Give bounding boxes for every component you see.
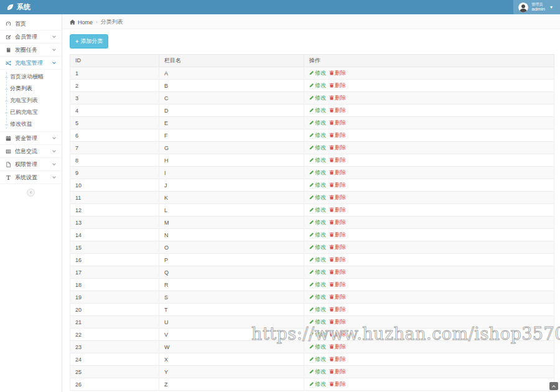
delete-label: 删除 <box>335 169 346 175</box>
table-row: 23W修改删除 <box>70 341 554 353</box>
table-header-row: ID栏目名操作 <box>70 55 554 67</box>
delete-link[interactable]: 删除 <box>329 207 346 213</box>
delete-link[interactable]: 删除 <box>329 119 346 126</box>
trash-icon <box>329 70 334 75</box>
delete-label: 删除 <box>335 343 346 350</box>
sidebar-item[interactable]: 资金管理 <box>0 132 62 145</box>
delete-link[interactable]: 删除 <box>329 331 346 337</box>
table-row: 14N修改删除 <box>70 229 554 241</box>
edit-link[interactable]: 修改 <box>309 281 326 287</box>
row-id: 16 <box>70 254 159 266</box>
row-actions: 修改删除 <box>304 154 554 167</box>
edit-label: 修改 <box>315 343 326 350</box>
sidebar-item-label: 信息交流 <box>15 147 37 156</box>
delete-link[interactable]: 删除 <box>329 219 346 225</box>
delete-link[interactable]: 删除 <box>329 95 346 101</box>
sidebar-item[interactable]: 信息交流 <box>0 145 62 158</box>
delete-link[interactable]: 删除 <box>329 70 346 76</box>
delete-link[interactable]: 删除 <box>329 194 346 200</box>
pencil-icon <box>309 332 314 337</box>
delete-label: 删除 <box>335 82 346 88</box>
delete-label: 删除 <box>335 368 346 375</box>
edit-link[interactable]: 修改 <box>309 95 326 101</box>
sidebar-item[interactable]: 会员管理 <box>0 30 62 44</box>
edit-link[interactable]: 修改 <box>309 231 326 238</box>
edit-link[interactable]: 修改 <box>309 119 326 126</box>
edit-label: 修改 <box>315 244 326 250</box>
user-menu[interactable]: 管理员 admin ▾ <box>513 0 560 14</box>
edit-link[interactable]: 修改 <box>309 356 326 362</box>
row-actions: 修改删除 <box>304 192 554 204</box>
edit-icon <box>6 34 14 40</box>
trash-icon <box>329 157 334 162</box>
edit-link[interactable]: 修改 <box>309 331 326 337</box>
delete-link[interactable]: 删除 <box>329 306 346 312</box>
back-to-top-button[interactable] <box>549 382 558 390</box>
delete-link[interactable]: 删除 <box>329 269 346 275</box>
sidebar-item-label: 充电宝管理 <box>15 59 43 67</box>
sidebar-item[interactable]: 系统设置 <box>0 171 62 184</box>
delete-link[interactable]: 删除 <box>329 294 346 300</box>
edit-label: 修改 <box>315 182 326 188</box>
sidebar-subitem[interactable]: –分类列表 <box>0 83 62 95</box>
edit-link[interactable]: 修改 <box>309 132 326 138</box>
sidebar-subitem[interactable]: –充电宝列表 <box>0 95 62 106</box>
table-icon <box>6 149 14 154</box>
sidebar-subitem[interactable]: –首页滚动横幅 <box>0 71 62 83</box>
row-actions: 修改删除 <box>304 129 554 142</box>
edit-label: 修改 <box>315 82 326 88</box>
delete-link[interactable]: 删除 <box>329 381 346 387</box>
delete-link[interactable]: 删除 <box>329 169 346 175</box>
edit-link[interactable]: 修改 <box>309 157 326 163</box>
edit-link[interactable]: 修改 <box>309 194 326 200</box>
delete-link[interactable]: 删除 <box>329 231 346 238</box>
sidebar-subitem[interactable]: –已购充电宝 <box>0 106 62 118</box>
add-category-button[interactable]: + 添加分类 <box>70 34 108 49</box>
delete-link[interactable]: 删除 <box>329 368 346 375</box>
sidebar-item[interactable]: 首页 <box>0 17 62 30</box>
edit-link[interactable]: 修改 <box>309 169 326 175</box>
edit-link[interactable]: 修改 <box>309 70 326 76</box>
delete-link[interactable]: 删除 <box>329 244 346 250</box>
edit-link[interactable]: 修改 <box>309 269 326 275</box>
edit-link[interactable]: 修改 <box>309 343 326 350</box>
row-id: 3 <box>70 92 159 105</box>
edit-link[interactable]: 修改 <box>309 319 326 325</box>
row-id: 10 <box>70 179 159 192</box>
delete-link[interactable]: 删除 <box>329 157 346 163</box>
edit-link[interactable]: 修改 <box>309 381 326 387</box>
edit-link[interactable]: 修改 <box>309 294 326 300</box>
sidebar-collapse-button[interactable]: ‹ <box>27 189 35 197</box>
edit-link[interactable]: 修改 <box>309 107 326 113</box>
pencil-icon <box>309 232 314 237</box>
edit-link[interactable]: 修改 <box>309 207 326 213</box>
row-actions: 修改删除 <box>304 316 554 329</box>
edit-link[interactable]: 修改 <box>309 182 326 188</box>
delete-link[interactable]: 删除 <box>329 182 346 188</box>
edit-link[interactable]: 修改 <box>309 144 326 151</box>
delete-link[interactable]: 删除 <box>329 144 346 151</box>
edit-link[interactable]: 修改 <box>309 256 326 263</box>
delete-link[interactable]: 删除 <box>329 356 346 362</box>
edit-link[interactable]: 修改 <box>309 82 326 88</box>
breadcrumb-home[interactable]: Home <box>78 19 93 26</box>
delete-link[interactable]: 删除 <box>329 107 346 113</box>
sidebar-item[interactable]: 发圈任务 <box>0 44 62 57</box>
edit-link[interactable]: 修改 <box>309 368 326 375</box>
edit-link[interactable]: 修改 <box>309 244 326 250</box>
delete-link[interactable]: 删除 <box>329 319 346 325</box>
delete-link[interactable]: 删除 <box>329 82 346 88</box>
sidebar-subitem[interactable]: –修改收益 <box>0 118 62 130</box>
row-id: 6 <box>70 129 159 142</box>
delete-link[interactable]: 删除 <box>329 132 346 138</box>
edit-link[interactable]: 修改 <box>309 219 326 225</box>
delete-link[interactable]: 删除 <box>329 281 346 287</box>
app-brand[interactable]: 系统 <box>0 0 37 14</box>
delete-link[interactable]: 删除 <box>329 256 346 263</box>
sidebar-item[interactable]: 充电宝管理 <box>0 57 62 70</box>
edit-link[interactable]: 修改 <box>309 306 326 312</box>
sidebar-item[interactable]: 权限管理 <box>0 158 62 171</box>
pencil-icon <box>309 282 314 287</box>
delete-link[interactable]: 删除 <box>329 343 346 350</box>
pencil-icon <box>309 294 314 299</box>
